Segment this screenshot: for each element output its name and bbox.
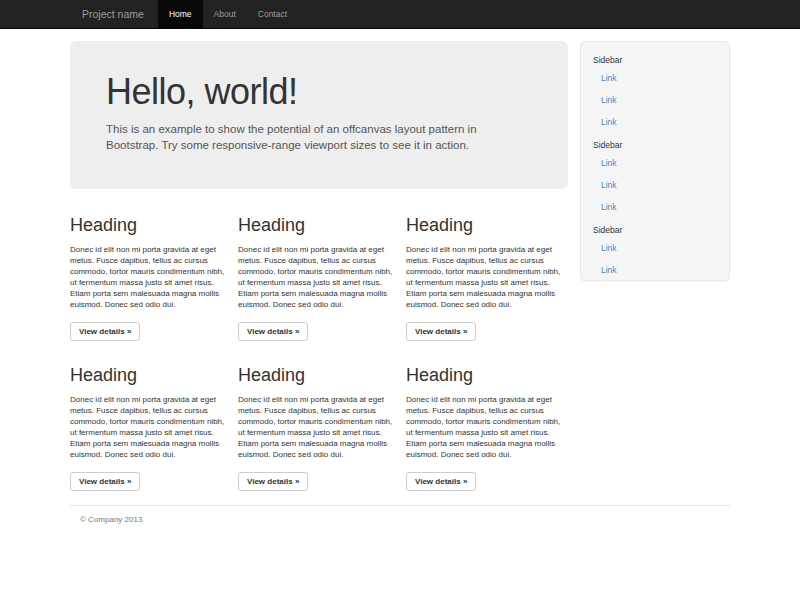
content-card: Heading Donec id elit non mi porta gravi… [70, 215, 232, 341]
sidebar-link[interactable]: Link [581, 67, 729, 89]
sidebar-section: Sidebar Link Link Link [581, 55, 729, 133]
card-body: Donec id elit non mi porta gravida at eg… [70, 394, 232, 460]
sidebar-heading: Sidebar [593, 55, 717, 65]
content-row: Hello, world! This is an example to show… [70, 41, 730, 491]
sidebar: Sidebar Link Link Link Sidebar Link Link… [580, 41, 730, 281]
sidebar-heading: Sidebar [593, 140, 717, 150]
page-title: Hello, world! [106, 71, 532, 112]
sidebar-link[interactable]: Link [581, 196, 729, 218]
card-heading: Heading [238, 365, 400, 386]
card-body: Donec id elit non mi porta gravida at eg… [70, 244, 232, 310]
content-card: Heading Donec id elit non mi porta gravi… [238, 365, 400, 491]
jumbotron: Hello, world! This is an example to show… [70, 41, 568, 189]
sidebar-heading: Sidebar [593, 225, 717, 235]
navbar-container: Project name Home About Contact [70, 0, 730, 29]
nav-item-contact[interactable]: Contact [247, 0, 298, 29]
content-card: Heading Donec id elit non mi porta gravi… [70, 365, 232, 491]
sidebar-link[interactable]: Link [581, 89, 729, 111]
card-body: Donec id elit non mi porta gravida at eg… [238, 394, 400, 460]
view-details-button[interactable]: View details » [70, 472, 140, 491]
sidebar-link[interactable]: Link [581, 237, 729, 259]
card-body: Donec id elit non mi porta gravida at eg… [238, 244, 400, 310]
card-heading: Heading [70, 215, 232, 236]
view-details-button[interactable]: View details » [238, 472, 308, 491]
nav-item-about[interactable]: About [203, 0, 247, 29]
sidebar-link[interactable]: Link [581, 174, 729, 196]
sidebar-link[interactable]: Link [581, 152, 729, 174]
navbar-menu: Home About Contact [158, 0, 298, 29]
cards-grid: Heading Donec id elit non mi porta gravi… [70, 215, 568, 491]
card-heading: Heading [406, 215, 568, 236]
card-body: Donec id elit non mi porta gravida at eg… [406, 244, 568, 310]
content-column: Hello, world! This is an example to show… [70, 41, 568, 491]
content-card: Heading Donec id elit non mi porta gravi… [406, 365, 568, 491]
nav-item-home[interactable]: Home [158, 0, 203, 29]
card-body: Donec id elit non mi porta gravida at eg… [406, 394, 568, 460]
sidebar-link[interactable]: Link [581, 259, 729, 281]
navbar: Project name Home About Contact [0, 0, 800, 29]
sidebar-link[interactable]: Link [581, 111, 729, 133]
sidebar-section: Sidebar Link Link [581, 225, 729, 281]
copyright-text: © Company 2013 [80, 515, 730, 524]
view-details-button[interactable]: View details » [406, 322, 476, 341]
view-details-button[interactable]: View details » [238, 322, 308, 341]
sidebar-section: Sidebar Link Link Link [581, 140, 729, 218]
view-details-button[interactable]: View details » [70, 322, 140, 341]
main-container: Hello, world! This is an example to show… [70, 29, 730, 524]
card-heading: Heading [238, 215, 400, 236]
view-details-button[interactable]: View details » [406, 472, 476, 491]
jumbotron-description: This is an example to show the potential… [106, 121, 526, 153]
card-heading: Heading [70, 365, 232, 386]
content-card: Heading Donec id elit non mi porta gravi… [406, 215, 568, 341]
card-heading: Heading [406, 365, 568, 386]
content-card: Heading Donec id elit non mi porta gravi… [238, 215, 400, 341]
page-footer: © Company 2013 [70, 505, 730, 524]
navbar-brand[interactable]: Project name [70, 0, 156, 29]
